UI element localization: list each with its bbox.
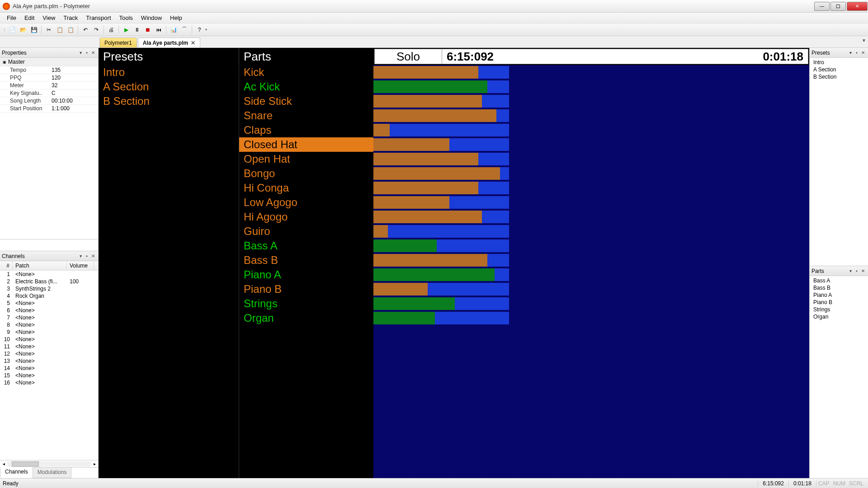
channel-volume[interactable] — [67, 365, 94, 372]
track-row[interactable] — [373, 296, 809, 311]
channel-row[interactable]: 3SynthStrings 2 — [0, 285, 98, 292]
track-row[interactable] — [373, 224, 809, 239]
track-segment[interactable] — [449, 196, 509, 209]
toolbar-button-19[interactable]: ⌒ — [179, 25, 189, 35]
channel-row[interactable]: 10<None> — [0, 336, 98, 343]
channel-row[interactable]: 7<None> — [0, 314, 98, 321]
part-item[interactable]: Piano B — [239, 282, 373, 296]
menu-track[interactable]: Track — [59, 14, 82, 22]
channel-volume[interactable] — [67, 328, 94, 336]
channel-volume[interactable] — [67, 307, 94, 314]
panel-pin-icon[interactable]: ▪ — [84, 50, 90, 56]
preset-item[interactable]: B Section — [99, 94, 239, 108]
part-item[interactable]: Hi Agogo — [239, 210, 373, 224]
track-segment[interactable] — [500, 167, 509, 180]
toolbar-button-0[interactable]: 📄 — [7, 25, 17, 35]
tab-modulations[interactable]: Modulations — [33, 468, 72, 478]
track-segment[interactable] — [373, 80, 487, 93]
preset-item[interactable]: A Section — [99, 80, 239, 94]
toolbar-button-14[interactable]: ⏸ — [132, 25, 142, 35]
channel-volume[interactable] — [67, 321, 94, 328]
right-preset-item[interactable]: A Section — [810, 66, 868, 73]
file-tab[interactable]: Polymeter1 — [99, 38, 137, 47]
right-preset-item[interactable]: Intro — [810, 59, 868, 66]
track-segment[interactable] — [373, 239, 437, 252]
channel-patch[interactable]: <None> — [13, 321, 67, 328]
menu-help[interactable]: Help — [166, 14, 186, 22]
track-segment[interactable] — [455, 297, 509, 310]
channel-patch[interactable]: <None> — [13, 379, 67, 386]
tabs-dropdown-icon[interactable]: ▼ — [862, 38, 866, 43]
channel-row[interactable]: 6<None> — [0, 307, 98, 314]
track-segment[interactable] — [478, 182, 509, 194]
track-row[interactable] — [373, 181, 809, 195]
panel-dropdown-icon[interactable]: ▾ — [77, 50, 84, 56]
channel-patch[interactable]: <None> — [13, 365, 67, 372]
toolbar-button-18[interactable]: 📊 — [169, 25, 179, 35]
channel-patch[interactable]: <None> — [13, 328, 67, 336]
panel-dropdown-icon[interactable]: ▾ — [847, 268, 854, 274]
part-item[interactable]: Claps — [239, 123, 373, 137]
track-segment[interactable] — [478, 66, 509, 79]
tab-close-icon[interactable]: ✕ — [191, 40, 195, 46]
track-segment[interactable] — [428, 283, 509, 296]
right-part-item[interactable]: Organ — [810, 313, 868, 320]
channel-volume[interactable] — [67, 379, 94, 386]
channel-patch[interactable]: <None> — [13, 271, 67, 278]
track-segment[interactable] — [435, 312, 509, 324]
part-item[interactable]: Low Agogo — [239, 195, 373, 210]
channel-volume[interactable] — [67, 314, 94, 321]
channel-row[interactable]: 12<None> — [0, 350, 98, 357]
property-value[interactable]: 00:10:00 — [50, 98, 98, 104]
toolbar-button-11[interactable]: 🖨 — [106, 25, 116, 35]
channel-patch[interactable]: <None> — [13, 307, 67, 314]
track-row[interactable] — [373, 253, 809, 267]
channel-patch[interactable]: <None> — [13, 300, 67, 307]
right-preset-item[interactable]: B Section — [810, 73, 868, 80]
channel-patch[interactable]: <None> — [13, 372, 67, 379]
track-row[interactable] — [373, 108, 809, 123]
track-segment[interactable] — [373, 196, 449, 209]
channel-volume[interactable] — [67, 357, 94, 365]
track-segment[interactable] — [373, 211, 482, 223]
part-item[interactable]: Snare — [239, 108, 373, 123]
panel-close-icon[interactable]: ✕ — [90, 253, 96, 259]
right-part-item[interactable]: Piano A — [810, 291, 868, 299]
panel-close-icon[interactable]: ✕ — [860, 268, 866, 274]
solo-button[interactable]: Solo — [374, 49, 442, 64]
property-row[interactable]: Meter32 — [0, 82, 98, 89]
toolbar-button-4[interactable]: ✂ — [44, 25, 54, 35]
panel-pin-icon[interactable]: ▪ — [854, 50, 860, 56]
track-row[interactable] — [373, 195, 809, 210]
channel-row[interactable]: 1<None> — [0, 271, 98, 278]
part-item[interactable]: Closed Hat — [239, 137, 373, 152]
part-item[interactable]: Ac Kick — [239, 80, 373, 94]
track-row[interactable] — [373, 166, 809, 181]
channel-row[interactable]: 8<None> — [0, 321, 98, 328]
toolbar-button-15[interactable]: ⏹ — [143, 25, 153, 35]
track-segment[interactable] — [482, 211, 509, 223]
right-part-item[interactable]: Strings — [810, 306, 868, 313]
channels-hscrollbar[interactable]: ◂ ▸ — [0, 460, 98, 467]
part-item[interactable]: Side Stick — [239, 94, 373, 108]
panel-dropdown-icon[interactable]: ▾ — [77, 253, 84, 259]
track-segment[interactable] — [496, 109, 509, 122]
track-row[interactable] — [373, 80, 809, 94]
preset-item[interactable]: Intro — [99, 65, 239, 80]
channel-volume[interactable] — [67, 336, 94, 343]
track-row[interactable] — [373, 152, 809, 166]
menu-tools[interactable]: Tools — [115, 14, 137, 22]
menu-window[interactable]: Window — [137, 14, 166, 22]
part-item[interactable]: Piano A — [239, 267, 373, 282]
channel-volume[interactable] — [67, 300, 94, 307]
channel-volume[interactable] — [67, 343, 94, 350]
channel-volume[interactable] — [67, 350, 94, 357]
property-value[interactable]: 32 — [50, 82, 98, 89]
channel-patch[interactable]: <None> — [13, 357, 67, 365]
part-item[interactable]: Bongo — [239, 166, 373, 181]
toolbar-button-21[interactable]: ? — [194, 25, 204, 35]
panel-pin-icon[interactable]: ▪ — [84, 253, 90, 259]
toolbar-button-5[interactable]: 📋 — [55, 25, 65, 35]
toolbar-overflow-icon[interactable]: ▾ — [205, 28, 209, 32]
track-segment[interactable] — [373, 283, 428, 296]
